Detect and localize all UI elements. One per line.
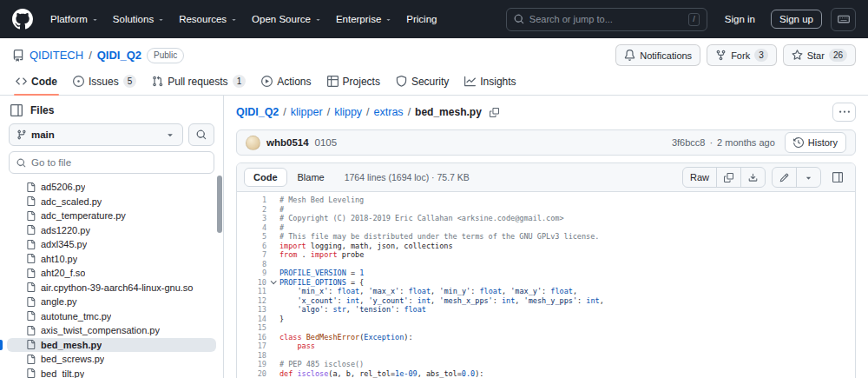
sign-in-button[interactable]: Sign in [718,14,762,24]
history-button[interactable]: History [785,132,846,153]
line-number[interactable]: 13 [237,305,266,315]
file-tree-item[interactable]: autotune_tmc.py [7,309,216,324]
line-number[interactable]: 1 [237,196,266,205]
repo-tab[interactable]: Insights [457,70,523,95]
code-line: 11 'min_x': float, 'max_x': float, 'min_… [237,287,855,296]
commit-message-link[interactable]: 0105 [315,137,338,148]
search-this-repo-button[interactable] [188,123,214,146]
keyboard-icon[interactable] [831,8,856,31]
collapse-file-tree-button[interactable] [10,104,23,116]
file-tree-item[interactable]: bed_screws.py [7,352,216,367]
commit-sha-link[interactable]: 3f6bcc8 [672,137,706,148]
top-nav-item[interactable]: Solutions [106,14,172,24]
repo-tab[interactable]: Issues 5 [66,70,143,95]
file-icon [26,269,36,278]
line-number[interactable]: 19 [237,360,266,369]
file-tree-item[interactable]: air.cpython-39-aarch64-linux-gnu.so [7,281,216,295]
file-tree-item[interactable]: angle.py [7,295,216,309]
line-number[interactable]: 14 [237,315,266,324]
edit-button[interactable] [773,168,796,187]
tab-code-view[interactable]: Code [244,168,287,187]
fork-button[interactable]: Fork 3 [707,44,777,66]
line-number[interactable]: 5 [237,232,266,242]
top-nav-item[interactable]: Open Source [245,14,329,24]
goto-file-field[interactable] [31,157,207,168]
breadcrumb-link[interactable]: QIDI_Q2 [236,106,279,118]
file-tree-item[interactable]: ads1220.py [7,223,216,238]
commit-author-link[interactable]: whb0514 [266,137,309,148]
search-icon [514,14,524,24]
github-logo-icon[interactable] [12,9,33,30]
file-tree-item[interactable]: axis_twist_compensation.py [7,323,216,338]
notifications-button[interactable]: Notifications [615,44,700,66]
commit-time: 2 months ago [717,137,775,148]
line-number[interactable]: 16 [237,333,266,342]
top-nav-item[interactable]: Platform [43,14,106,24]
line-number[interactable]: 4 [237,223,266,233]
repo-tab-icon [464,76,476,87]
repo-tab[interactable]: Security [389,70,456,95]
line-number[interactable]: 2 [237,205,266,215]
file-tree-item[interactable]: bed_tilt.py [7,367,216,378]
file-tree-item[interactable]: aht20_f.so [7,266,216,281]
raw-button[interactable]: Raw [683,168,716,187]
fold-gutter [266,242,279,251]
line-number[interactable]: 15 [237,323,266,333]
branch-selector[interactable]: main [9,123,183,146]
breadcrumb-link[interactable]: klipper [291,106,323,118]
sidebar-scrollbar[interactable] [217,176,222,233]
symbols-panel-button[interactable] [827,168,848,187]
line-number[interactable]: 6 [237,242,266,251]
repo-tab[interactable]: Pull requests 1 [145,70,253,95]
code-line: 10PROFILE_OPTIONS = { [237,278,855,288]
line-number[interactable]: 17 [237,342,266,351]
repo-tab-icon [261,76,273,87]
top-nav-item[interactable]: Enterprise [329,14,399,24]
code-viewer: 1# Mesh Bed Leveling2#3# Copyright (C) 2… [237,192,855,378]
line-number[interactable]: 9 [237,269,266,278]
copy-file-button[interactable] [716,168,740,187]
visibility-badge: Public [147,48,184,63]
top-nav-item[interactable]: Resources [172,14,245,24]
tab-blame-view[interactable]: Blame [289,168,333,187]
star-button[interactable]: Star 26 [783,44,856,66]
goto-file-input[interactable] [9,151,214,174]
repo-tab[interactable]: Code [9,70,64,95]
top-nav-menu: Platform Solutions Resources Open Source… [43,14,444,24]
line-number[interactable]: 3 [237,214,266,223]
search-input[interactable] [529,14,683,24]
line-number[interactable]: 7 [237,250,266,260]
breadcrumb-link[interactable]: extras [374,106,404,118]
line-number[interactable]: 8 [237,260,266,269]
download-button[interactable] [740,168,765,187]
line-number[interactable]: 18 [237,351,266,361]
line-number[interactable]: 10 [237,278,266,288]
file-tree-item[interactable]: adc_scaled.py [7,195,216,209]
file-tree-item[interactable]: adc_temperature.py [7,209,216,223]
repo-name-link[interactable]: QIDI_Q2 [97,49,141,62]
line-number[interactable]: 12 [237,296,266,306]
line-number[interactable]: 20 [237,369,266,378]
file-tree-item[interactable]: bed_mesh.py [7,338,216,353]
file-tree-item[interactable]: ad5206.py [7,180,216,195]
more-options-button[interactable] [832,103,856,122]
file-name: angle.py [41,296,77,307]
repo-tab-label: Pull requests [168,76,227,88]
breadcrumb-link[interactable]: klippy [334,106,362,118]
fold-toggle-icon[interactable] [266,278,279,288]
repo-tab[interactable]: Projects [320,70,387,95]
repo-tab[interactable]: Actions [254,70,318,95]
avatar[interactable] [246,136,260,150]
file-tree-item[interactable]: aht10.py [7,252,216,267]
file-tree-item[interactable]: adxl345.py [7,237,216,252]
copy-path-button[interactable] [486,103,503,121]
global-search[interactable]: / [506,8,707,31]
repo-owner-link[interactable]: QIDITECH [30,49,83,62]
top-nav-item-label: Open Source [252,14,311,24]
line-number[interactable]: 11 [237,287,266,296]
sign-up-button[interactable]: Sign up [771,10,822,29]
edit-dropdown-button[interactable] [796,168,820,187]
fold-gutter [266,196,279,205]
top-nav-item[interactable]: Pricing [399,14,444,24]
code-text: # Copyright (C) 2018-2019 Eric Callahan … [279,214,855,223]
